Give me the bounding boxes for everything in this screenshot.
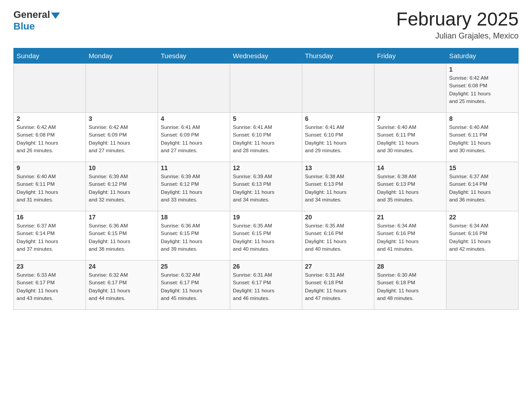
day-number: 24 (89, 263, 155, 270)
calendar-cell: 20Sunrise: 6:35 AMSunset: 6:16 PMDayligh… (302, 211, 374, 261)
calendar-body: 1Sunrise: 6:42 AMSunset: 6:08 PMDaylight… (14, 64, 519, 310)
day-info: Sunrise: 6:35 AMSunset: 6:15 PMDaylight:… (233, 222, 299, 253)
day-number: 26 (233, 263, 299, 270)
day-header-wednesday: Wednesday (230, 48, 302, 64)
week-row-1: 1Sunrise: 6:42 AMSunset: 6:08 PMDaylight… (14, 64, 519, 113)
calendar-cell: 6Sunrise: 6:41 AMSunset: 6:10 PMDaylight… (302, 113, 374, 162)
calendar-cell (14, 64, 86, 113)
calendar-cell (446, 261, 519, 310)
day-number: 17 (89, 214, 155, 221)
day-header-friday: Friday (374, 48, 446, 64)
day-number: 13 (305, 164, 371, 171)
day-info: Sunrise: 6:33 AMSunset: 6:17 PMDaylight:… (17, 271, 83, 302)
day-number: 18 (161, 214, 227, 221)
day-header-monday: Monday (86, 48, 158, 64)
day-info: Sunrise: 6:32 AMSunset: 6:17 PMDaylight:… (161, 271, 227, 302)
calendar-cell: 21Sunrise: 6:34 AMSunset: 6:16 PMDayligh… (374, 211, 446, 261)
day-info: Sunrise: 6:37 AMSunset: 6:14 PMDaylight:… (17, 222, 83, 253)
calendar-cell: 19Sunrise: 6:35 AMSunset: 6:15 PMDayligh… (230, 211, 302, 261)
day-info: Sunrise: 6:39 AMSunset: 6:12 PMDaylight:… (161, 173, 227, 204)
calendar-cell: 24Sunrise: 6:32 AMSunset: 6:17 PMDayligh… (86, 261, 158, 310)
day-number: 22 (449, 214, 515, 221)
day-number: 4 (161, 115, 227, 122)
calendar-cell: 8Sunrise: 6:40 AMSunset: 6:11 PMDaylight… (446, 113, 519, 162)
day-number: 5 (233, 115, 299, 122)
calendar-cell (158, 64, 230, 113)
calendar-cell: 15Sunrise: 6:37 AMSunset: 6:14 PMDayligh… (446, 162, 519, 211)
day-number: 20 (305, 214, 371, 221)
calendar-cell: 3Sunrise: 6:42 AMSunset: 6:09 PMDaylight… (86, 113, 158, 162)
logo-blue-text: Blue (13, 21, 35, 32)
calendar-cell: 2Sunrise: 6:42 AMSunset: 6:08 PMDaylight… (14, 113, 86, 162)
calendar-cell: 28Sunrise: 6:30 AMSunset: 6:18 PMDayligh… (374, 261, 446, 310)
calendar-cell (230, 64, 302, 113)
day-info: Sunrise: 6:40 AMSunset: 6:11 PMDaylight:… (17, 173, 83, 204)
calendar-cell: 23Sunrise: 6:33 AMSunset: 6:17 PMDayligh… (14, 261, 86, 310)
day-info: Sunrise: 6:39 AMSunset: 6:13 PMDaylight:… (233, 173, 299, 204)
day-number: 9 (17, 164, 83, 171)
day-info: Sunrise: 6:36 AMSunset: 6:15 PMDaylight:… (161, 222, 227, 253)
page-header: General Blue February 2025 Julian Grajal… (13, 9, 519, 41)
calendar-cell: 4Sunrise: 6:41 AMSunset: 6:09 PMDaylight… (158, 113, 230, 162)
day-info: Sunrise: 6:37 AMSunset: 6:14 PMDaylight:… (449, 173, 515, 204)
week-row-3: 9Sunrise: 6:40 AMSunset: 6:11 PMDaylight… (14, 162, 519, 211)
calendar-cell: 18Sunrise: 6:36 AMSunset: 6:15 PMDayligh… (158, 211, 230, 261)
day-number: 21 (377, 214, 443, 221)
day-header-tuesday: Tuesday (158, 48, 230, 64)
calendar-cell: 7Sunrise: 6:40 AMSunset: 6:11 PMDaylight… (374, 113, 446, 162)
day-header-thursday: Thursday (302, 48, 374, 64)
day-info: Sunrise: 6:41 AMSunset: 6:10 PMDaylight:… (233, 124, 299, 154)
calendar-cell: 12Sunrise: 6:39 AMSunset: 6:13 PMDayligh… (230, 162, 302, 211)
day-info: Sunrise: 6:41 AMSunset: 6:10 PMDaylight:… (305, 124, 371, 154)
calendar-cell: 17Sunrise: 6:36 AMSunset: 6:15 PMDayligh… (86, 211, 158, 261)
day-info: Sunrise: 6:40 AMSunset: 6:11 PMDaylight:… (377, 124, 443, 154)
days-of-week-row: SundayMondayTuesdayWednesdayThursdayFrid… (14, 48, 519, 64)
calendar-cell (302, 64, 374, 113)
calendar-cell: 16Sunrise: 6:37 AMSunset: 6:14 PMDayligh… (14, 211, 86, 261)
week-row-5: 23Sunrise: 6:33 AMSunset: 6:17 PMDayligh… (14, 261, 519, 310)
day-info: Sunrise: 6:36 AMSunset: 6:15 PMDaylight:… (89, 222, 155, 253)
day-info: Sunrise: 6:38 AMSunset: 6:13 PMDaylight:… (305, 173, 371, 204)
day-info: Sunrise: 6:30 AMSunset: 6:18 PMDaylight:… (377, 271, 443, 302)
month-title: February 2025 (396, 9, 519, 30)
week-row-2: 2Sunrise: 6:42 AMSunset: 6:08 PMDaylight… (14, 113, 519, 162)
week-row-4: 16Sunrise: 6:37 AMSunset: 6:14 PMDayligh… (14, 211, 519, 261)
day-info: Sunrise: 6:42 AMSunset: 6:08 PMDaylight:… (449, 74, 515, 105)
calendar-cell: 27Sunrise: 6:31 AMSunset: 6:18 PMDayligh… (302, 261, 374, 310)
day-info: Sunrise: 6:35 AMSunset: 6:16 PMDaylight:… (305, 222, 371, 253)
day-info: Sunrise: 6:41 AMSunset: 6:09 PMDaylight:… (161, 124, 227, 154)
calendar-cell: 9Sunrise: 6:40 AMSunset: 6:11 PMDaylight… (14, 162, 86, 211)
day-number: 7 (377, 115, 443, 122)
day-info: Sunrise: 6:31 AMSunset: 6:17 PMDaylight:… (233, 271, 299, 302)
calendar-cell: 22Sunrise: 6:34 AMSunset: 6:16 PMDayligh… (446, 211, 519, 261)
day-info: Sunrise: 6:34 AMSunset: 6:16 PMDaylight:… (449, 222, 515, 253)
day-info: Sunrise: 6:42 AMSunset: 6:08 PMDaylight:… (17, 124, 83, 154)
day-number: 2 (17, 115, 83, 122)
calendar-cell: 13Sunrise: 6:38 AMSunset: 6:13 PMDayligh… (302, 162, 374, 211)
location: Julian Grajales, Mexico (396, 31, 519, 41)
logo: General Blue (13, 9, 61, 32)
calendar-cell: 14Sunrise: 6:38 AMSunset: 6:13 PMDayligh… (374, 162, 446, 211)
day-number: 15 (449, 164, 515, 171)
day-header-saturday: Saturday (446, 48, 519, 64)
day-info: Sunrise: 6:40 AMSunset: 6:11 PMDaylight:… (449, 124, 515, 154)
day-header-sunday: Sunday (14, 48, 86, 64)
calendar-cell (374, 64, 446, 113)
day-number: 28 (377, 263, 443, 270)
logo-general-text: General (13, 9, 50, 21)
calendar-table: SundayMondayTuesdayWednesdayThursdayFrid… (13, 48, 519, 310)
day-number: 3 (89, 115, 155, 122)
calendar-cell: 5Sunrise: 6:41 AMSunset: 6:10 PMDaylight… (230, 113, 302, 162)
calendar-cell: 26Sunrise: 6:31 AMSunset: 6:17 PMDayligh… (230, 261, 302, 310)
day-number: 27 (305, 263, 371, 270)
day-number: 8 (449, 115, 515, 122)
day-number: 10 (89, 164, 155, 171)
calendar-cell: 11Sunrise: 6:39 AMSunset: 6:12 PMDayligh… (158, 162, 230, 211)
day-info: Sunrise: 6:31 AMSunset: 6:18 PMDaylight:… (305, 271, 371, 302)
title-block: February 2025 Julian Grajales, Mexico (396, 9, 519, 41)
calendar-cell: 25Sunrise: 6:32 AMSunset: 6:17 PMDayligh… (158, 261, 230, 310)
calendar-cell: 10Sunrise: 6:39 AMSunset: 6:12 PMDayligh… (86, 162, 158, 211)
logo-triangle-icon (51, 13, 60, 19)
day-number: 14 (377, 164, 443, 171)
day-number: 25 (161, 263, 227, 270)
